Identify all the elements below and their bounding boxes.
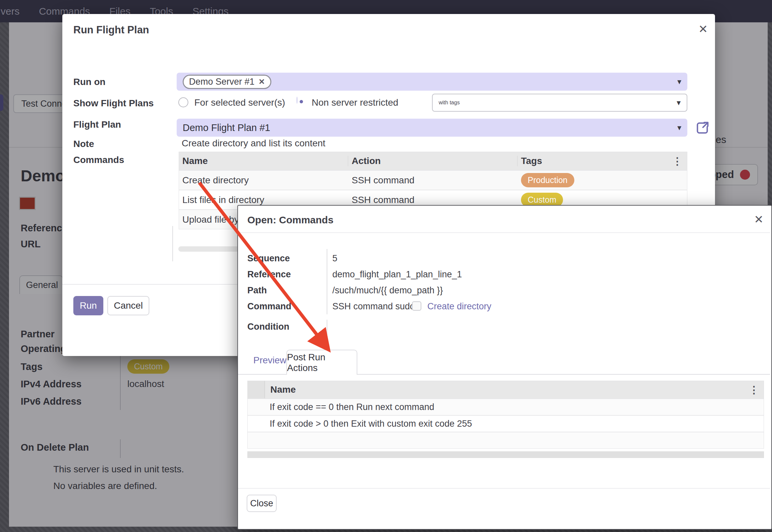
sequence-value: 5 <box>332 253 337 264</box>
run-button[interactable]: Run <box>73 296 103 315</box>
show-flight-plans-label: Show Flight Plans <box>73 98 154 109</box>
commands-modal-close-icon[interactable]: ✕ <box>754 214 764 225</box>
commands-label: Commands <box>73 155 124 165</box>
server-chip[interactable]: Demo Server #1 ✕ <box>183 75 271 89</box>
run-modal-title: Run Flight Plan <box>73 24 149 36</box>
flight-plan-label: Flight Plan <box>73 119 121 130</box>
path-label: Path <box>247 285 267 296</box>
tab-post-run-actions[interactable]: Post Run Actions <box>286 350 357 375</box>
post-run-empty-row <box>248 432 764 448</box>
run-on-select[interactable]: Demo Server #1 ✕ ▾ <box>177 73 687 91</box>
path-value: /such/much/{{ demo_path }} <box>332 285 443 296</box>
chevron-down-icon: ▾ <box>677 98 681 107</box>
row-selector-column[interactable] <box>248 381 265 398</box>
cancel-button[interactable]: Cancel <box>107 296 149 315</box>
commands-modal-title: Open: Commands <box>247 214 333 226</box>
column-header-name[interactable]: Name <box>179 156 348 166</box>
tag-badge-production: Production <box>521 173 574 187</box>
post-run-row[interactable]: If exit code == 0 then Run next command <box>248 398 764 415</box>
screen: vers Commands Files Tools Settings Test … <box>0 0 772 532</box>
radio-for-selected-servers[interactable] <box>178 97 188 107</box>
radio-non-server-restricted-label[interactable]: Non server restricted <box>312 97 398 108</box>
post-run-row[interactable]: If exit code > 0 then Exit with custom e… <box>248 415 764 432</box>
chip-remove-icon[interactable]: ✕ <box>259 77 265 86</box>
close-button[interactable]: Close <box>247 495 277 512</box>
commands-table-header: Name Action Tags ⋮ <box>179 152 687 170</box>
note-value: Create directory and list its content <box>182 138 325 149</box>
commands-modal-footer-divider <box>238 488 770 489</box>
condition-divider <box>327 320 327 337</box>
column-header-name[interactable]: Name <box>265 384 749 395</box>
column-header-tags[interactable]: Tags <box>518 156 672 166</box>
tab-preview[interactable]: Preview <box>253 355 287 366</box>
post-run-table-scrollbar[interactable] <box>247 451 764 458</box>
command-value: SSH command sudo <box>332 301 415 312</box>
create-directory-link[interactable]: Create directory <box>427 301 491 312</box>
command-label: Command <box>247 301 291 312</box>
command-reference-label: Reference <box>247 269 291 280</box>
radio-non-server-restricted[interactable] <box>296 97 298 104</box>
flight-plan-select[interactable]: Demo Flight Plan #1 ▾ <box>177 119 687 137</box>
command-reference-value: demo_flight_plan_1_plan_line_1 <box>332 269 462 280</box>
table-options-kebab-icon[interactable]: ⋮ <box>672 155 687 167</box>
label-column-divider <box>172 226 173 261</box>
command-checkbox[interactable] <box>412 301 421 311</box>
commands-modal-header-divider <box>238 232 770 233</box>
note-label: Note <box>73 139 94 149</box>
table-row[interactable]: Create directory SSH command Production <box>179 170 687 190</box>
run-on-label: Run on <box>73 77 105 87</box>
sequence-label: Sequence <box>247 253 290 264</box>
with-tags-select[interactable]: with tags ▾ <box>432 94 687 112</box>
chevron-down-icon: ▾ <box>677 77 681 86</box>
column-header-action[interactable]: Action <box>348 156 518 166</box>
post-run-table-header: Name ⋮ <box>248 381 764 398</box>
radio-for-selected-servers-label[interactable]: For selected server(s) <box>194 97 285 108</box>
run-modal-close-icon[interactable]: ✕ <box>698 23 708 35</box>
open-commands-modal: Open: Commands ✕ Sequence 5 Reference de… <box>237 205 772 530</box>
chevron-down-icon: ▾ <box>677 123 681 132</box>
commands-label-divider <box>327 249 327 314</box>
table-options-kebab-icon[interactable]: ⋮ <box>749 384 764 396</box>
condition-label: Condition <box>247 322 289 332</box>
open-flight-plan-external-link-icon[interactable] <box>695 121 710 135</box>
